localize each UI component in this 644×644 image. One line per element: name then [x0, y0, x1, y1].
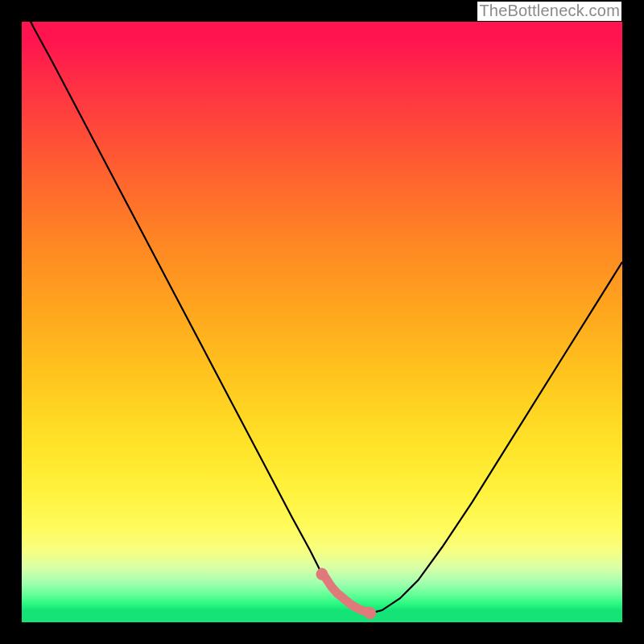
- bottleneck-curve: [22, 22, 622, 622]
- optimal-band-left-dot: [316, 568, 328, 580]
- watermark-text: TheBottleneck.com: [477, 2, 621, 21]
- optimal-band-marker: [322, 572, 370, 611]
- chart-frame: TheBottleneck.com: [0, 0, 644, 644]
- curve-path: [22, 22, 622, 613]
- plot-area: [22, 22, 622, 622]
- optimal-band-right-dot: [364, 607, 376, 619]
